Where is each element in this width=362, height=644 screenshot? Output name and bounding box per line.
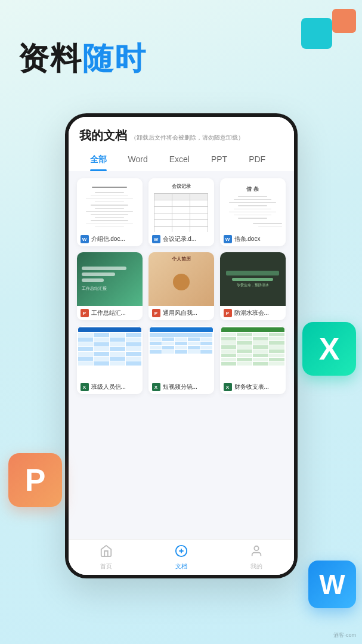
file-label: W 会议记录.d...: [148, 232, 214, 246]
file-name: 工作总结汇...: [91, 309, 126, 317]
tab-excel[interactable]: Excel: [159, 151, 200, 171]
svg-point-3: [254, 546, 258, 550]
list-item[interactable]: 珍爱生命，预防溺水 P 防溺水班会...: [220, 252, 286, 320]
file-name: 通用风自我...: [163, 309, 197, 317]
teal-square: [301, 18, 332, 49]
list-item[interactable]: 会议记录: [148, 178, 214, 246]
tab-ppt[interactable]: PPT: [200, 151, 238, 171]
file-label: P 防溺水班会...: [220, 306, 286, 320]
file-name: 会议记录.d...: [163, 235, 197, 243]
list-item[interactable]: X 班级人员信...: [77, 326, 143, 394]
file-name: 班级人员信...: [91, 383, 126, 391]
ppt-icon: P: [224, 309, 232, 317]
file-label: X 短视频分镜...: [148, 380, 214, 394]
file-thumbnail: 珍爱生命，预防溺水: [220, 252, 286, 306]
file-thumbnail: 借 条: [220, 178, 286, 232]
tab-all[interactable]: 全部: [79, 151, 117, 171]
file-thumbnail: [220, 326, 286, 380]
file-grid: W 介绍信.doc... 会议记录: [69, 171, 294, 401]
title-row: 我的文档 （卸载后文件将会被删除，请勿随意卸载）: [79, 128, 283, 144]
file-thumbnail: 个人简历: [148, 252, 214, 306]
excel-icon: X: [152, 383, 160, 391]
list-item[interactable]: X 短视频分镜...: [148, 326, 214, 394]
hero-title: 资料随时: [18, 42, 147, 76]
doc-subtitle: （卸载后文件将会被删除，请勿随意卸载）: [131, 134, 244, 142]
watermark: 酒客·com: [333, 631, 356, 639]
file-label: W 介绍信.doc...: [77, 232, 143, 246]
file-label: X 财务收支表...: [220, 380, 286, 394]
phone-mockup: 我的文档 （卸载后文件将会被删除，请勿随意卸载） 全部 Word Excel P…: [65, 113, 298, 578]
home-icon: [100, 544, 113, 561]
list-item[interactable]: 个人简历 P 通用风自我...: [148, 252, 214, 320]
list-item[interactable]: 借 条 W 借条.docx: [220, 178, 286, 246]
floating-word-icon: W: [308, 561, 356, 608]
excel-icon: X: [81, 383, 89, 391]
decorative-squares: [290, 6, 362, 66]
floating-ppt-icon: P: [8, 453, 62, 507]
nav-document[interactable]: 文档: [144, 544, 219, 571]
nav-home[interactable]: 首页: [69, 544, 144, 571]
hero-title-text: 资料随时: [18, 41, 147, 76]
file-label: W 借条.docx: [220, 232, 286, 246]
nav-home-label: 首页: [100, 562, 112, 571]
file-thumbnail: [77, 178, 143, 232]
word-icon: W: [152, 235, 160, 243]
phone-screen: 我的文档 （卸载后文件将会被删除，请勿随意卸载） 全部 Word Excel P…: [69, 117, 294, 575]
tab-word[interactable]: Word: [117, 151, 159, 171]
excel-x-label: X: [319, 331, 340, 367]
floating-excel-icon: X: [302, 322, 356, 376]
file-name: 借条.docx: [234, 235, 261, 243]
file-thumbnail: [148, 326, 214, 380]
excel-icon: X: [224, 383, 232, 391]
file-name: 短视频分镜...: [163, 383, 197, 391]
document-icon: [175, 544, 188, 561]
word-w-label: W: [319, 568, 345, 600]
list-item[interactable]: X 财务收支表...: [220, 326, 286, 394]
word-icon: W: [224, 235, 232, 243]
file-thumbnail: 会议记录: [148, 178, 214, 232]
file-name: 介绍信.doc...: [91, 235, 125, 243]
bottom-navigation: 首页 文档 我的: [69, 539, 294, 575]
profile-icon: [250, 544, 263, 561]
orange-square: [332, 9, 356, 33]
doc-title: 我的文档: [79, 128, 127, 144]
ppt-p-label: P: [25, 462, 46, 498]
file-label: X 班级人员信...: [77, 380, 143, 394]
ppt-icon: P: [81, 309, 89, 317]
nav-document-label: 文档: [175, 562, 187, 571]
list-item[interactable]: 工作总结汇报 P 工作总结汇...: [77, 252, 143, 320]
file-name: 财务收支表...: [234, 383, 269, 391]
file-thumbnail: [77, 326, 143, 380]
file-label: P 通用风自我...: [148, 306, 214, 320]
tab-pdf[interactable]: PDF: [238, 151, 276, 171]
nav-profile-label: 我的: [250, 562, 262, 571]
document-header: 我的文档 （卸载后文件将会被删除，请勿随意卸载） 全部 Word Excel P…: [69, 117, 294, 171]
file-name: 防溺水班会...: [234, 309, 269, 317]
nav-profile[interactable]: 我的: [219, 544, 294, 571]
list-item[interactable]: W 介绍信.doc...: [77, 178, 143, 246]
ppt-icon: P: [152, 309, 160, 317]
file-label: P 工作总结汇...: [77, 306, 143, 320]
file-thumbnail: 工作总结汇报: [77, 252, 143, 306]
word-icon: W: [81, 235, 89, 243]
tab-bar: 全部 Word Excel PPT PDF: [79, 151, 283, 171]
